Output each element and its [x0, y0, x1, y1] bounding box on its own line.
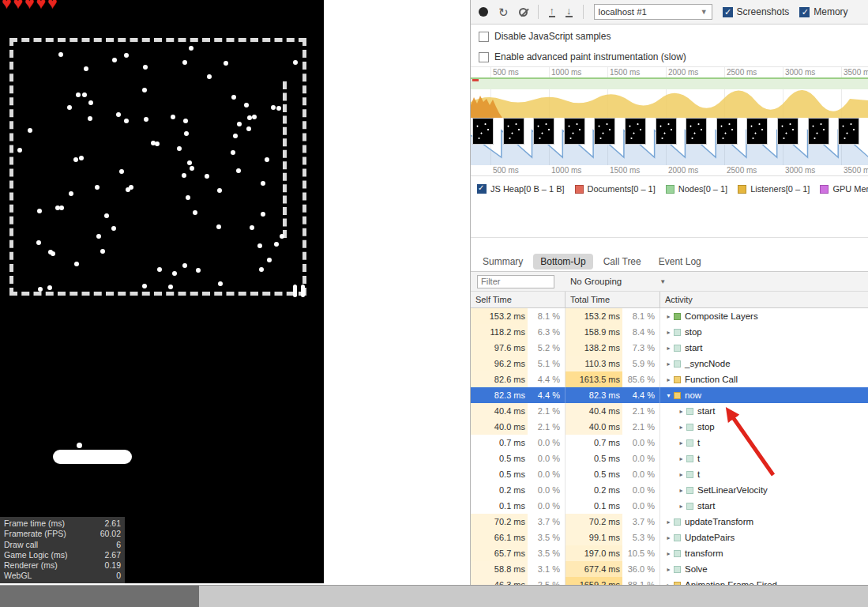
reload-icon[interactable]: ↻ — [498, 6, 509, 18]
time-percent: 4.4 % — [528, 390, 565, 400]
advanced-paint-option[interactable]: Enable advanced paint instrumentation (s… — [471, 47, 686, 67]
activity-cell: ▸start — [660, 403, 868, 419]
timeline-overview[interactable]: 500 ms1000 ms1500 ms2000 ms2500 ms3000 m… — [471, 66, 868, 175]
screenshot-thumbnail[interactable] — [777, 118, 798, 145]
particle-dot — [95, 185, 100, 190]
paddle — [53, 450, 132, 464]
ruler-tick-label: 3000 ms — [785, 68, 815, 77]
table-row[interactable]: 65.7 ms3.5 %197.0 ms10.5 %▸transform — [471, 545, 868, 561]
table-row[interactable]: 0.5 ms0.0 %0.5 ms0.0 %▸t — [471, 451, 868, 466]
legend-item[interactable]: GPU Memory[0 B – 0 B] — [820, 184, 868, 194]
time-value: 46.3 ms — [471, 577, 528, 585]
particle-dot — [236, 168, 241, 173]
legend-item[interactable]: Nodes[0 – 1] — [666, 184, 727, 194]
chevron-down-icon: ▼ — [701, 8, 708, 16]
time-percent: 0.0 % — [622, 454, 659, 463]
expand-triangle-icon[interactable]: ▸ — [663, 313, 674, 320]
expand-triangle-icon[interactable]: ▸ — [663, 345, 674, 352]
expand-triangle-icon[interactable]: ▸ — [676, 455, 686, 462]
expand-triangle-icon[interactable]: ▸ — [676, 471, 686, 478]
table-row[interactable]: 0.2 ms0.0 %0.2 ms0.0 %▸SetLinearVelocity — [471, 482, 868, 498]
table-row[interactable]: 46.3 ms2.5 %1659.2 ms88.1 %▸Animation Fr… — [471, 577, 868, 585]
particle-dot — [186, 195, 190, 200]
filter-input[interactable] — [477, 275, 554, 288]
table-row[interactable]: 0.7 ms0.0 %0.7 ms0.0 %▸t — [471, 435, 868, 451]
column-activity[interactable]: Activity — [660, 295, 868, 304]
clear-icon[interactable] — [519, 6, 528, 18]
screenshot-thumbnail[interactable] — [533, 118, 554, 145]
legend-item[interactable]: Documents[0 – 1] — [575, 184, 656, 194]
particle-dot — [124, 119, 129, 123]
heart-icon: ♥ — [36, 0, 47, 12]
collapse-triangle-icon[interactable]: ▾ — [663, 392, 674, 399]
load-profile-icon[interactable]: ↑ — [549, 6, 556, 17]
time-value: 153.2 ms — [566, 308, 622, 324]
table-row[interactable]: 118.2 ms6.3 %158.9 ms8.4 %▸stop — [471, 324, 868, 340]
activity-category-icon — [674, 550, 681, 557]
activity-category-icon — [674, 360, 681, 368]
screenshot-thumbnail[interactable] — [656, 118, 677, 145]
record-icon[interactable] — [479, 7, 488, 17]
table-row[interactable]: 0.1 ms0.0 %0.1 ms0.0 %▸start — [471, 498, 868, 514]
screenshot-thumbnail[interactable] — [808, 118, 829, 145]
screenshot-thumbnail[interactable] — [594, 118, 615, 145]
table-row[interactable]: 97.6 ms5.2 %138.2 ms7.3 %▸start — [471, 340, 868, 356]
stats-row: Renderer (ms)0.19 — [0, 560, 125, 571]
time-value: 0.7 ms — [566, 435, 622, 451]
activity-name: t — [697, 469, 700, 479]
particle-dot — [267, 258, 272, 262]
column-self-time[interactable]: Self Time — [471, 292, 566, 307]
tab-bottom-up[interactable]: Bottom-Up — [533, 254, 592, 270]
screenshot-thumbnail[interactable] — [746, 118, 768, 145]
time-value: 58.8 ms — [471, 561, 528, 577]
bottom-up-table: 153.2 ms8.1 %153.2 ms8.1 %▸Composite Lay… — [471, 308, 868, 585]
expand-triangle-icon[interactable]: ▸ — [663, 360, 674, 368]
total-time-cell: 197.0 ms10.5 % — [566, 545, 660, 561]
table-row[interactable]: 82.6 ms4.4 %1613.5 ms85.6 %▸Function Cal… — [471, 371, 868, 387]
expand-triangle-icon[interactable]: ▸ — [663, 376, 674, 383]
stats-value: 6 — [116, 540, 121, 550]
screenshot-thumbnail[interactable] — [838, 118, 859, 145]
grouping-value: No Grouping — [570, 277, 622, 286]
expand-triangle-icon[interactable]: ▸ — [676, 408, 686, 415]
save-profile-icon[interactable]: ↓ — [566, 6, 573, 17]
activity-cell: ▸t — [660, 466, 868, 482]
expand-triangle-icon[interactable]: ▸ — [676, 424, 686, 431]
screenshot-thumbnail[interactable] — [686, 118, 707, 145]
expand-triangle-icon[interactable]: ▸ — [663, 566, 674, 573]
table-row[interactable]: 153.2 ms8.1 %153.2 ms8.1 %▸Composite Lay… — [471, 308, 868, 324]
expand-triangle-icon[interactable]: ▸ — [663, 518, 674, 526]
grouping-select[interactable]: No Grouping ▼ — [570, 277, 666, 286]
table-row[interactable]: 66.1 ms3.5 %99.1 ms5.3 %▸UpdatePairs — [471, 530, 868, 545]
time-percent: 0.0 % — [622, 485, 659, 495]
table-row[interactable]: 40.4 ms2.1 %40.4 ms2.1 %▸start — [471, 403, 868, 419]
tab-event-log[interactable]: Event Log — [652, 254, 708, 270]
disable-js-samples-option[interactable]: Disable JavaScript samples — [471, 26, 611, 47]
particle-dot — [58, 52, 63, 57]
expand-triangle-icon[interactable]: ▸ — [663, 534, 674, 541]
legend-item[interactable]: Listeners[0 – 1] — [738, 184, 810, 194]
expand-triangle-icon[interactable]: ▸ — [676, 439, 686, 447]
target-select[interactable]: localhost #1 ▼ — [594, 4, 712, 20]
tab-summary[interactable]: Summary — [475, 254, 530, 270]
screenshot-thumbnail[interactable] — [503, 118, 524, 145]
table-row[interactable]: 70.2 ms3.7 %70.2 ms3.7 %▸updateTransform — [471, 514, 868, 530]
screenshots-checkbox[interactable]: Screenshots — [723, 6, 790, 17]
screenshot-thumbnail[interactable] — [564, 118, 585, 145]
expand-triangle-icon[interactable]: ▸ — [663, 550, 674, 557]
table-row[interactable]: 96.2 ms5.1 %110.3 ms5.9 %▸_syncNode — [471, 356, 868, 371]
screenshot-thumbnail[interactable] — [716, 118, 738, 145]
screenshot-thumbnail[interactable] — [625, 118, 646, 145]
table-row[interactable]: 82.3 ms4.4 %82.3 ms4.4 %▾now — [471, 387, 868, 403]
legend-item[interactable]: JS Heap[0 B – 1 B] — [477, 184, 565, 194]
expand-triangle-icon[interactable]: ▸ — [663, 329, 674, 336]
table-row[interactable]: 58.8 ms3.1 %677.4 ms36.0 %▸Solve — [471, 561, 868, 577]
table-row[interactable]: 40.0 ms2.1 %40.0 ms2.1 %▸stop — [471, 419, 868, 435]
screenshot-thumbnail[interactable] — [472, 118, 494, 145]
expand-triangle-icon[interactable]: ▸ — [676, 487, 686, 494]
table-row[interactable]: 0.5 ms0.0 %0.5 ms0.0 %▸t — [471, 466, 868, 482]
tab-call-tree[interactable]: Call Tree — [596, 254, 648, 270]
expand-triangle-icon[interactable]: ▸ — [676, 503, 686, 510]
column-total-time[interactable]: Total Time — [566, 292, 660, 307]
memory-checkbox[interactable]: Memory — [799, 6, 847, 17]
